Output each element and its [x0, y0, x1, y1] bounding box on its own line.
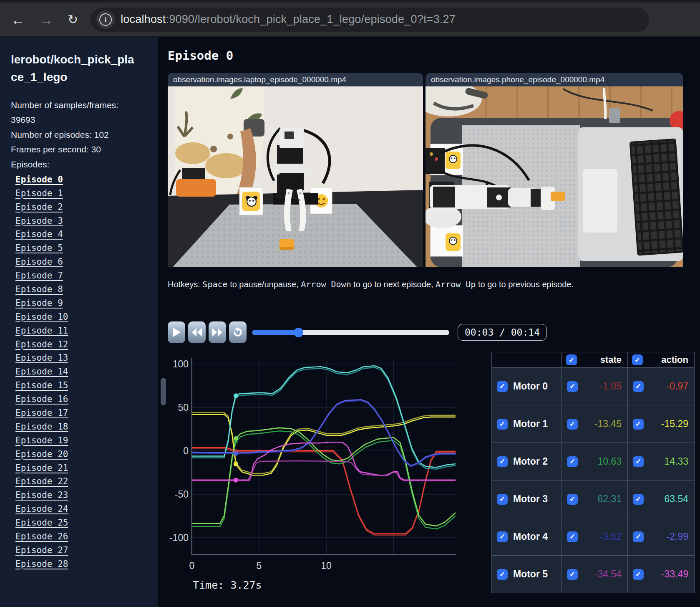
- state-value: -13.45: [594, 418, 622, 430]
- url-bar[interactable]: i localhost:9090/lerobot/koch_pick_place…: [91, 8, 649, 32]
- episode-link[interactable]: Episode 17: [15, 408, 68, 418]
- action-checkbox[interactable]: ✓: [633, 456, 644, 467]
- episode-list-item: Episode 21: [15, 461, 158, 475]
- action-checkbox[interactable]: ✓: [633, 381, 644, 392]
- episode-list-item: Episode 5: [15, 241, 158, 255]
- episode-link[interactable]: Episode 9: [15, 298, 63, 308]
- loop-icon: [232, 327, 243, 337]
- motor-label: Motor 5: [513, 569, 548, 580]
- episode-link[interactable]: Episode 24: [15, 504, 68, 514]
- episode-link[interactable]: Episode 12: [15, 339, 68, 349]
- episode-link[interactable]: Episode 4: [15, 229, 63, 239]
- state-checkbox[interactable]: ✓: [567, 419, 578, 430]
- episode-link[interactable]: Episode 16: [15, 394, 68, 404]
- motor-checkbox[interactable]: ✓: [497, 531, 508, 542]
- action-checkbox[interactable]: ✓: [633, 494, 644, 505]
- episode-link[interactable]: Episode 11: [15, 326, 68, 336]
- episode-link[interactable]: Episode 1: [15, 188, 63, 198]
- episode-link[interactable]: Episode 10: [15, 312, 68, 322]
- episode-list: Episode 0Episode 1Episode 2Episode 3Epis…: [11, 172, 158, 571]
- site-info-button[interactable]: i: [96, 10, 115, 29]
- state-checkbox[interactable]: ✓: [567, 381, 578, 392]
- slider-thumb[interactable]: [294, 328, 303, 337]
- seek-slider[interactable]: [252, 321, 449, 343]
- episode-link[interactable]: Episode 15: [15, 380, 68, 390]
- back-icon[interactable]: ←: [11, 13, 25, 27]
- video-caption: observation.images.laptop_episode_000000…: [168, 73, 423, 86]
- episodes-heading: Episodes:: [11, 157, 140, 172]
- episode-list-item: Episode 18: [15, 420, 158, 433]
- episode-link[interactable]: Episode 2: [15, 202, 63, 212]
- episode-link[interactable]: Episode 18: [15, 422, 68, 432]
- episode-list-item: Episode 2: [15, 200, 158, 214]
- motor-checkbox[interactable]: ✓: [497, 456, 508, 467]
- episode-link[interactable]: Episode 27: [15, 545, 68, 555]
- motor-checkbox[interactable]: ✓: [497, 494, 508, 505]
- action-checkbox[interactable]: ✓: [633, 569, 644, 580]
- panda-box: [239, 187, 263, 215]
- bottom-row: 100500-50-1000510 Time: 3.27s ✓ state: [168, 347, 700, 593]
- episode-list-item: Episode 19: [15, 433, 158, 447]
- time-display: 00:03 / 00:14: [458, 324, 547, 341]
- episode-link[interactable]: Episode 26: [15, 531, 68, 541]
- loop-button[interactable]: [229, 321, 247, 343]
- lego-brick: [551, 192, 565, 201]
- space-key-label: Space: [202, 279, 227, 289]
- episode-link[interactable]: Episode 23: [15, 490, 68, 500]
- episode-link[interactable]: Episode 14: [15, 367, 68, 377]
- svg-text:50: 50: [178, 402, 189, 413]
- episode-list-item: Episode 10: [15, 310, 158, 324]
- play-button[interactable]: [168, 321, 185, 343]
- svg-text:0: 0: [183, 445, 189, 456]
- table-row: ✓Motor 0✓-1.05✓-0.97: [492, 368, 695, 405]
- svg-text:100: 100: [173, 359, 189, 369]
- episode-link[interactable]: Episode 6: [15, 257, 63, 267]
- episode-link[interactable]: Episode 8: [15, 284, 63, 294]
- motor-checkbox[interactable]: ✓: [497, 419, 508, 430]
- state-checkbox[interactable]: ✓: [567, 531, 578, 542]
- action-value: -33.49: [661, 569, 688, 580]
- episode-link[interactable]: Episode 13: [15, 353, 68, 363]
- action-checkbox[interactable]: ✓: [633, 419, 644, 430]
- video-laptop[interactable]: observation.images.laptop_episode_000000…: [168, 73, 423, 267]
- rewind-button[interactable]: [188, 321, 206, 343]
- episodes-count: Number of episodes: 102: [11, 127, 140, 142]
- empty-header-cell: [492, 352, 562, 368]
- action-column-checkbox[interactable]: ✓: [632, 354, 643, 365]
- chart-time-label: Time: 3.27s: [193, 579, 458, 591]
- table-row: ✓Motor 2✓10.63✓14.33: [492, 443, 695, 481]
- episode-list-item: Episode 3: [15, 214, 158, 228]
- video-phone[interactable]: observation.images.phone_episode_000000.…: [426, 73, 683, 267]
- action-value: 14.33: [664, 456, 688, 467]
- episode-link[interactable]: Episode 7: [15, 271, 63, 281]
- episode-list-item: Episode 26: [15, 530, 158, 544]
- episode-list-item: Episode 20: [15, 447, 158, 461]
- scrollbar-thumb[interactable]: [161, 378, 166, 405]
- episode-link[interactable]: Episode 25: [15, 518, 68, 528]
- episode-link[interactable]: Episode 0: [15, 175, 63, 185]
- episode-link[interactable]: Episode 22: [15, 476, 68, 486]
- svg-text:-50: -50: [175, 489, 189, 500]
- motor-chart[interactable]: 100500-50-1000510: [168, 347, 458, 575]
- episode-list-item: Episode 7: [15, 269, 158, 283]
- arrow-down-key-label: Arrow Down: [301, 279, 351, 289]
- hotkeys-help: Hotkeys: Space to pause/unpause, Arrow D…: [168, 279, 700, 290]
- state-checkbox[interactable]: ✓: [567, 494, 578, 505]
- state-column-checkbox[interactable]: ✓: [566, 354, 577, 365]
- episode-link[interactable]: Episode 5: [15, 243, 63, 253]
- state-checkbox[interactable]: ✓: [567, 569, 578, 580]
- action-checkbox[interactable]: ✓: [633, 531, 644, 542]
- episode-link[interactable]: Episode 19: [15, 435, 68, 445]
- fast-forward-button[interactable]: [209, 321, 226, 343]
- episode-link[interactable]: Episode 20: [15, 449, 68, 459]
- state-checkbox[interactable]: ✓: [567, 456, 578, 467]
- forward-icon[interactable]: →: [39, 13, 53, 27]
- episode-link[interactable]: Episode 28: [15, 559, 68, 569]
- reload-icon[interactable]: ↻: [68, 13, 78, 26]
- motor-checkbox[interactable]: ✓: [497, 381, 508, 392]
- episode-link[interactable]: Episode 21: [15, 463, 68, 473]
- episode-link[interactable]: Episode 3: [15, 216, 63, 226]
- dataset-title: lerobot/koch_pick_place_1_lego: [11, 51, 136, 86]
- motor-checkbox[interactable]: ✓: [497, 569, 508, 580]
- laptop-camera-frame: [168, 86, 423, 267]
